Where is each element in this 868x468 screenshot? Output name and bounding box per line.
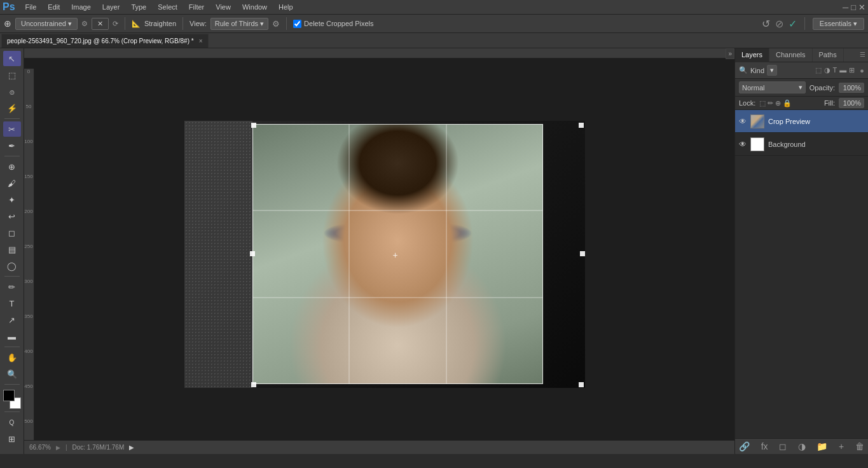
history-brush-tool[interactable]: ↩ <box>3 209 21 224</box>
status-bar: 66.67% ▶ | Doc: 1.76M/1.76M ▶ <box>24 440 734 454</box>
fg-color-swatch[interactable] <box>3 390 15 401</box>
menu-image[interactable]: Image <box>66 2 96 12</box>
color-swatches[interactable] <box>3 390 21 409</box>
essentials-dropdown[interactable]: Essentials ▾ <box>813 18 864 30</box>
fx-button[interactable]: fx <box>761 441 768 451</box>
zoom-expand-icon[interactable]: ▶ <box>56 444 60 451</box>
new-group-button[interactable]: 📁 <box>816 441 827 451</box>
new-layer-button[interactable]: + <box>839 441 844 451</box>
quick-mask-tool[interactable]: Q <box>3 415 21 430</box>
menu-edit[interactable]: Edit <box>43 2 65 12</box>
layer-item-background[interactable]: 👁 Background <box>735 133 868 156</box>
fill-input[interactable]: 100% <box>839 98 864 108</box>
menu-type[interactable]: Type <box>126 2 151 12</box>
menu-select[interactable]: Select <box>153 2 183 12</box>
zoom-tool[interactable]: 🔍 <box>3 366 21 382</box>
new-adjustment-button[interactable]: ◑ <box>798 441 806 451</box>
clear-button[interactable]: ✕ <box>92 18 109 30</box>
panel-menu-icon[interactable]: ☰ <box>857 48 868 62</box>
gradient-tool[interactable]: ▤ <box>3 242 21 257</box>
cancel-crop-icon[interactable]: ↺ <box>762 18 770 30</box>
menu-filter[interactable]: Filter <box>184 2 209 12</box>
crop-handle-top-right[interactable] <box>579 123 584 128</box>
menu-view[interactable]: View <box>210 2 236 12</box>
status-arrow[interactable]: ▶ <box>129 444 134 451</box>
magic-wand-tool[interactable]: ⚡ <box>3 100 21 116</box>
delete-cropped-checkbox[interactable]: Delete Cropped Pixels <box>293 20 373 28</box>
tool-sep-1 <box>4 118 20 119</box>
tool-sep-3 <box>4 276 20 277</box>
opacity-input[interactable]: 100% <box>839 83 864 93</box>
delete-cropped-check[interactable] <box>293 20 301 28</box>
dodge-tool[interactable]: ◯ <box>3 258 21 273</box>
panel-collapse-button[interactable]: » <box>726 48 734 59</box>
crop-handle-bottom-left[interactable] <box>251 382 256 387</box>
clone-tool[interactable]: ✦ <box>3 192 21 207</box>
preset-options-icon[interactable]: ⚙ <box>81 20 88 28</box>
smart-filter-icon[interactable]: ⊞ <box>849 66 855 74</box>
layer-item-crop-preview[interactable]: 👁 Crop Preview <box>735 110 868 133</box>
options-right: ↺ ⊘ ✓ Essentials ▾ <box>762 17 864 30</box>
hand-tool[interactable]: ✋ <box>3 350 21 365</box>
pen-tool[interactable]: ✏ <box>3 279 21 294</box>
menu-file[interactable]: File <box>20 2 42 12</box>
tab-close-button[interactable]: × <box>199 38 203 45</box>
shape-tool[interactable]: ▬ <box>3 329 21 344</box>
pixel-filter-icon[interactable]: ⬚ <box>815 66 822 74</box>
lock-pixels-icon[interactable]: ✏ <box>768 99 773 107</box>
path-select-tool[interactable]: ↗ <box>3 312 21 327</box>
crop-region[interactable] <box>252 124 543 384</box>
view-dropdown[interactable]: Rule of Thirds ▾ <box>210 18 268 30</box>
brush-tool[interactable]: 🖌 <box>3 176 21 191</box>
menu-layer[interactable]: Layer <box>97 2 125 12</box>
view-settings-icon[interactable]: ⚙ <box>272 19 280 29</box>
spot-heal-tool[interactable]: ⊕ <box>3 159 21 174</box>
photo-area[interactable] <box>184 121 585 388</box>
refresh-icon[interactable]: ⟳ <box>113 20 118 28</box>
eyedropper-tool[interactable]: ✒ <box>3 138 21 153</box>
menu-window[interactable]: Window <box>237 2 272 12</box>
crop-handle-mid-right[interactable] <box>580 251 585 256</box>
adjustment-filter-icon[interactable]: ◑ <box>824 66 830 74</box>
crop-handle-top-left[interactable] <box>251 123 256 128</box>
layer-visibility-icon-1[interactable]: 👁 <box>739 140 747 149</box>
commit-crop-icon[interactable]: ✓ <box>789 18 797 30</box>
minimize-button[interactable]: ─ <box>843 3 848 12</box>
kind-label: Kind <box>750 67 764 74</box>
close-button[interactable]: ✕ <box>858 3 865 12</box>
delete-layer-button[interactable]: 🗑 <box>855 441 864 451</box>
lock-position-icon[interactable]: ⊕ <box>775 99 781 107</box>
tool-preset-dropdown[interactable]: Unconstrained ▾ <box>15 18 78 30</box>
kind-dropdown[interactable]: ▾ <box>767 65 777 76</box>
eraser-tool[interactable]: ◻ <box>3 225 21 240</box>
channels-tab[interactable]: Channels <box>769 48 812 62</box>
menu-help[interactable]: Help <box>273 2 298 12</box>
paths-tab[interactable]: Paths <box>813 48 844 62</box>
blend-mode-dropdown[interactable]: Normal ▾ <box>739 81 806 93</box>
zoom-level: 66.67% <box>29 444 51 451</box>
lasso-tool[interactable]: ⌾ <box>3 84 21 99</box>
move-tool[interactable]: ↖ <box>3 51 21 66</box>
filter-toggle[interactable]: ● <box>860 67 864 74</box>
type-filter-icon[interactable]: T <box>833 66 837 74</box>
separator-3 <box>286 17 287 30</box>
restore-button[interactable]: □ <box>851 3 856 12</box>
shape-filter-icon[interactable]: ▬ <box>839 66 846 74</box>
add-mask-button[interactable]: ◻ <box>779 441 787 451</box>
canvas-content[interactable] <box>34 69 734 440</box>
filter-icons: ⬚ ◑ T ▬ ⊞ <box>815 66 855 74</box>
no-icon[interactable]: ⊘ <box>775 18 783 30</box>
crop-handle-bottom-right[interactable] <box>579 382 584 387</box>
type-tool[interactable]: T <box>3 296 21 311</box>
crop-tool[interactable]: ✂ <box>3 121 21 137</box>
layers-tab[interactable]: Layers <box>735 48 769 62</box>
lock-transparent-icon[interactable]: ⬚ <box>759 99 766 107</box>
crop-handle-mid-left[interactable] <box>250 251 255 256</box>
lock-all-icon[interactable]: 🔒 <box>783 99 792 107</box>
layer-visibility-icon-0[interactable]: 👁 <box>739 117 747 126</box>
link-layers-button[interactable]: 🔗 <box>739 441 750 451</box>
marquee-tool[interactable]: ⬚ <box>3 67 21 83</box>
search-icon: 🔍 <box>739 66 748 74</box>
screen-mode-tool[interactable]: ⊞ <box>3 431 21 446</box>
document-tab[interactable]: people-2563491_960_720.jpg @ 66.7% (Crop… <box>1 34 209 48</box>
